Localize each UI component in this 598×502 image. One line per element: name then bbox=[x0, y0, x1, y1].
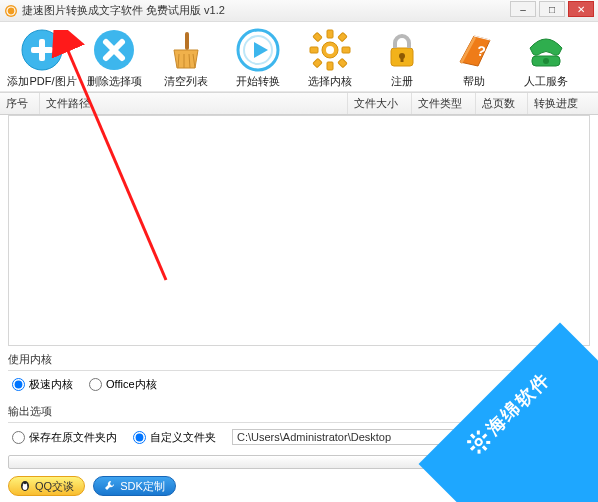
qq-chat-button[interactable]: QQ交谈 bbox=[8, 476, 85, 496]
minimize-button[interactable]: – bbox=[510, 1, 536, 17]
sdk-custom-label: SDK定制 bbox=[120, 479, 165, 494]
titlebar: 捷速图片转换成文字软件 免费试用版 v1.2 – □ ✕ bbox=[0, 0, 598, 22]
wrench-icon bbox=[104, 480, 116, 492]
output-custom-folder-radio[interactable]: 自定义文件夹 bbox=[133, 430, 216, 445]
penguin-icon bbox=[19, 480, 31, 492]
toolbar-label: 人工服务 bbox=[524, 74, 568, 89]
svg-point-27 bbox=[23, 483, 25, 485]
maximize-button[interactable]: □ bbox=[539, 1, 565, 17]
col-index: 序号 bbox=[0, 93, 40, 114]
qq-chat-label: QQ交谈 bbox=[35, 479, 74, 494]
close-button[interactable]: ✕ bbox=[568, 1, 594, 17]
book-icon: ? bbox=[452, 28, 496, 72]
app-icon bbox=[4, 4, 18, 18]
lock-icon bbox=[380, 28, 424, 72]
kernel-fast-radio[interactable]: 极速内核 bbox=[12, 377, 73, 392]
kernel-group-title: 使用内核 bbox=[8, 352, 590, 367]
col-progress: 转换进度 bbox=[528, 93, 598, 114]
play-icon bbox=[236, 28, 280, 72]
svg-point-18 bbox=[326, 46, 334, 54]
window-title: 捷速图片转换成文字软件 免费试用版 v1.2 bbox=[22, 3, 594, 18]
svg-rect-32 bbox=[482, 445, 488, 451]
phone-icon bbox=[524, 28, 568, 72]
svg-rect-14 bbox=[313, 32, 322, 41]
clear-list-button[interactable]: 清空列表 bbox=[152, 28, 220, 89]
svg-rect-38 bbox=[478, 450, 481, 454]
kernel-office-label: Office内核 bbox=[106, 377, 157, 392]
add-pdf-button[interactable]: 添加PDF/图片 bbox=[8, 28, 76, 89]
output-same-folder-radio[interactable]: 保存在原文件夹内 bbox=[12, 430, 117, 445]
svg-rect-34 bbox=[482, 433, 488, 439]
svg-rect-6 bbox=[185, 32, 189, 50]
toolbar-label: 帮助 bbox=[463, 74, 485, 89]
svg-rect-21 bbox=[401, 56, 404, 62]
remove-selected-button[interactable]: 删除选择项 bbox=[80, 28, 148, 89]
x-icon bbox=[92, 28, 136, 72]
kernel-fast-input[interactable] bbox=[12, 378, 25, 391]
toolbar-label: 选择内核 bbox=[308, 74, 352, 89]
svg-point-24 bbox=[543, 58, 549, 64]
plus-icon bbox=[20, 28, 64, 72]
broom-icon bbox=[164, 28, 208, 72]
select-kernel-button[interactable]: 选择内核 bbox=[296, 28, 364, 89]
toolbar-label: 注册 bbox=[391, 74, 413, 89]
svg-rect-11 bbox=[327, 62, 333, 70]
svg-rect-33 bbox=[470, 445, 476, 451]
output-custom-label: 自定义文件夹 bbox=[150, 430, 216, 445]
output-same-input[interactable] bbox=[12, 431, 25, 444]
kernel-office-radio[interactable]: Office内核 bbox=[89, 377, 157, 392]
gear-icon bbox=[308, 28, 352, 72]
col-size: 文件大小 bbox=[348, 93, 412, 114]
svg-rect-13 bbox=[342, 47, 350, 53]
svg-rect-31 bbox=[470, 433, 476, 439]
svg-rect-35 bbox=[467, 440, 471, 443]
output-same-label: 保存在原文件夹内 bbox=[29, 430, 117, 445]
svg-rect-10 bbox=[327, 30, 333, 38]
toolbar-label: 添加PDF/图片 bbox=[7, 74, 76, 89]
col-path: 文件路径 bbox=[40, 93, 348, 114]
register-button[interactable]: 注册 bbox=[368, 28, 436, 89]
kernel-office-input[interactable] bbox=[89, 378, 102, 391]
file-table-body[interactable] bbox=[8, 115, 590, 346]
svg-rect-37 bbox=[477, 431, 480, 435]
output-custom-input[interactable] bbox=[133, 431, 146, 444]
file-table-header: 序号 文件路径 文件大小 文件类型 总页数 转换进度 bbox=[0, 92, 598, 115]
toolbar-label: 清空列表 bbox=[164, 74, 208, 89]
toolbar-label: 开始转换 bbox=[236, 74, 280, 89]
svg-point-28 bbox=[26, 483, 28, 485]
svg-rect-36 bbox=[486, 441, 490, 444]
toolbar-label: 删除选择项 bbox=[87, 74, 142, 89]
col-type: 文件类型 bbox=[412, 93, 476, 114]
col-pages: 总页数 bbox=[476, 93, 528, 114]
svg-rect-12 bbox=[310, 47, 318, 53]
manual-service-button[interactable]: 人工服务 bbox=[512, 28, 580, 89]
svg-rect-4 bbox=[31, 47, 53, 53]
sdk-custom-button[interactable]: SDK定制 bbox=[93, 476, 176, 496]
svg-rect-15 bbox=[338, 58, 347, 67]
svg-rect-17 bbox=[313, 58, 322, 67]
main-toolbar: 添加PDF/图片 删除选择项 清空列表 开始转换 选择内核 bbox=[0, 22, 598, 92]
kernel-fast-label: 极速内核 bbox=[29, 377, 73, 392]
start-convert-button[interactable]: 开始转换 bbox=[224, 28, 292, 89]
svg-rect-16 bbox=[338, 32, 347, 41]
help-button[interactable]: ? 帮助 bbox=[440, 28, 508, 89]
output-path-input[interactable] bbox=[232, 429, 462, 445]
